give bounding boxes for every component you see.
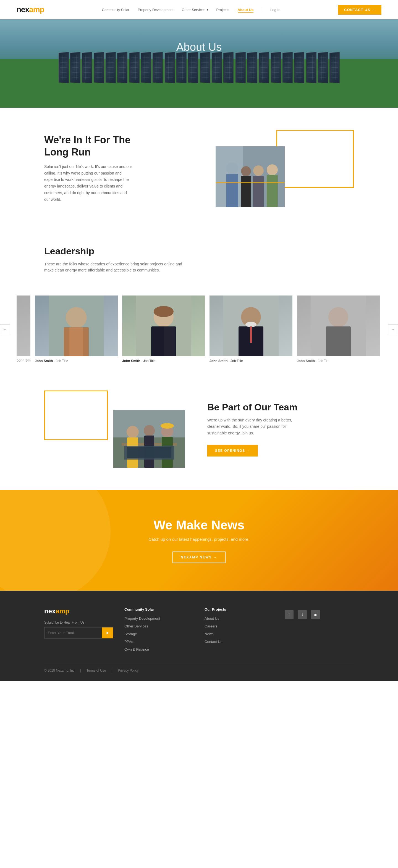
footer-col2-label: Community Solar bbox=[124, 607, 154, 612]
footer-link-item[interactable]: News bbox=[204, 631, 274, 636]
leader-card-1[interactable]: John Smith - Job Title bbox=[35, 296, 118, 363]
svg-rect-11 bbox=[216, 182, 285, 183]
leader-2-title-sep: - Job Title bbox=[141, 359, 155, 363]
footer-link-item[interactable]: Property Development bbox=[124, 616, 194, 621]
intro-text: We're In It For The Long Run Solar isn't… bbox=[44, 134, 191, 203]
solar-panel bbox=[282, 52, 293, 84]
leader-3-name: John Smith - Job Title bbox=[209, 359, 292, 363]
svg-point-9 bbox=[267, 164, 278, 175]
privacy-policy-link[interactable]: Privacy Policy bbox=[118, 669, 139, 673]
footer-link-other-services[interactable]: Other Services bbox=[124, 624, 148, 628]
footer-link-news[interactable]: News bbox=[204, 632, 214, 636]
solar-panel bbox=[165, 52, 175, 84]
people-illustration bbox=[216, 146, 285, 207]
solar-panel bbox=[82, 52, 92, 84]
leader-card-3[interactable]: John Smith - Job Title bbox=[209, 296, 292, 363]
intro-heading: We're In It For The Long Run bbox=[44, 134, 191, 158]
footer-link-item[interactable]: Contact Us bbox=[204, 639, 274, 644]
footer-col3-title: Our Projects bbox=[204, 607, 274, 612]
panel-group-6 bbox=[235, 53, 269, 97]
footer-link-about-us[interactable]: About Us bbox=[204, 616, 219, 621]
nav-link-login[interactable]: Log In bbox=[270, 8, 280, 12]
carousel-prev-button[interactable]: ← bbox=[0, 324, 10, 334]
footer-link-item[interactable]: Storage bbox=[124, 631, 194, 636]
svg-rect-43 bbox=[127, 447, 171, 458]
footer: nexamp Subscribe to Hear From Us ➤ Commu… bbox=[0, 591, 398, 681]
nav-item-other-services[interactable]: Other Services ▾ bbox=[182, 8, 208, 12]
footer-bottom: © 2018 Nexamp, Inc | Terms of Use | Priv… bbox=[44, 663, 354, 673]
intro-photo-bg bbox=[216, 146, 285, 207]
intro-image-container bbox=[207, 130, 354, 207]
nav-link-other-services[interactable]: Other Services ▾ bbox=[182, 8, 208, 12]
leadership-carousel-outer: ← John Smith - Job Title bbox=[0, 296, 398, 368]
nav-link-about[interactable]: About Us bbox=[238, 8, 254, 13]
news-heading: We Make News bbox=[44, 518, 354, 532]
footer-link-item[interactable]: PPAs bbox=[124, 639, 194, 644]
nav-link-property-dev[interactable]: Property Development bbox=[138, 8, 173, 12]
chevron-down-icon: ▾ bbox=[207, 8, 208, 11]
solar-panel bbox=[271, 52, 281, 84]
leader-2-name: John Smith - Job Title bbox=[122, 359, 205, 363]
nav-item-community-solar[interactable]: Community Solar bbox=[102, 7, 130, 12]
leader-card-2[interactable]: John Smith - Job Title bbox=[122, 296, 205, 363]
footer-email-input[interactable] bbox=[45, 628, 102, 638]
footer-link-property-dev[interactable]: Property Development bbox=[124, 616, 160, 621]
terms-of-use-link[interactable]: Terms of Use bbox=[86, 669, 106, 673]
leader-edge-right-title: - Job Ti... bbox=[316, 359, 330, 363]
solar-panel bbox=[59, 52, 69, 84]
footer-separator: | bbox=[80, 669, 81, 673]
footer-link-item[interactable]: Other Services bbox=[124, 624, 194, 628]
facebook-icon[interactable]: f bbox=[285, 610, 293, 619]
logo-nex: nex bbox=[17, 5, 29, 14]
leader-card-edge-right: John Smith - Job Ti... bbox=[297, 296, 380, 363]
svg-point-5 bbox=[241, 166, 251, 176]
footer-col2-title: Community Solar bbox=[124, 607, 194, 612]
svg-rect-10 bbox=[267, 175, 278, 207]
nav-item-property-dev[interactable]: Property Development bbox=[138, 7, 173, 12]
leader-name-edge: John Smith - Job Title bbox=[17, 359, 30, 362]
solar-panel bbox=[200, 52, 210, 84]
footer-logo-col: nexamp Subscribe to Hear From Us ➤ bbox=[44, 607, 113, 652]
contact-us-button[interactable]: CONTACT US → bbox=[338, 5, 381, 14]
twitter-icon[interactable]: t bbox=[298, 610, 307, 619]
nav-link-community-solar[interactable]: Community Solar bbox=[102, 8, 130, 12]
team-text: Be Part of Our Team We're up with the su… bbox=[207, 402, 354, 457]
panel-group-2 bbox=[94, 53, 127, 97]
leader-photo-2 bbox=[122, 296, 205, 356]
nexamp-news-button[interactable]: NEXAMP NEWS → bbox=[172, 552, 226, 563]
svg-point-41 bbox=[161, 423, 174, 429]
footer-link-item[interactable]: Own & Finance bbox=[124, 647, 194, 652]
solar-panel bbox=[141, 52, 151, 84]
linkedin-icon[interactable]: in bbox=[311, 610, 320, 619]
svg-rect-8 bbox=[253, 176, 264, 207]
footer-link-storage[interactable]: Storage bbox=[124, 632, 137, 636]
footer-link-item[interactable]: Careers bbox=[204, 624, 274, 628]
footer-link-own-finance[interactable]: Own & Finance bbox=[124, 647, 149, 651]
nav-link-projects[interactable]: Projects bbox=[217, 8, 229, 12]
footer-link-item[interactable]: About Us bbox=[204, 616, 274, 621]
team-body: We're up with the sun every day creating… bbox=[207, 417, 301, 437]
footer-logo-nex: nex bbox=[44, 607, 56, 615]
hero-title: About Us bbox=[176, 41, 222, 53]
logo[interactable]: nexamp bbox=[17, 5, 44, 14]
footer-links-col3: About Us Careers News Contact Us bbox=[204, 616, 274, 644]
footer-link-contact[interactable]: Contact Us bbox=[204, 640, 222, 644]
copyright-text: © 2018 Nexamp, Inc bbox=[44, 669, 75, 673]
leader-photo-edge-right bbox=[297, 296, 380, 356]
nav-item-login[interactable]: Log In bbox=[270, 7, 280, 12]
footer-link-careers[interactable]: Careers bbox=[204, 624, 217, 628]
nav-item-about[interactable]: About Us bbox=[238, 7, 254, 12]
svg-point-34 bbox=[126, 426, 139, 438]
nav-item-projects[interactable]: Projects bbox=[217, 7, 229, 12]
footer-link-ppas[interactable]: PPAs bbox=[124, 640, 133, 644]
svg-rect-21 bbox=[152, 327, 164, 356]
team-image-container bbox=[44, 391, 191, 468]
see-openings-button[interactable]: SEE OPENINGS → bbox=[207, 445, 258, 457]
footer-col-4: f t in bbox=[285, 607, 354, 652]
footer-links-col2: Property Development Other Services Stor… bbox=[124, 616, 194, 652]
leader-card-edge-left: John Smith - Job Title bbox=[17, 296, 30, 363]
footer-email-submit-button[interactable]: ➤ bbox=[102, 627, 113, 638]
solar-panel bbox=[152, 52, 163, 84]
leader-edge-right-firstname: John Smith bbox=[297, 359, 315, 363]
carousel-next-button[interactable]: → bbox=[388, 324, 398, 334]
